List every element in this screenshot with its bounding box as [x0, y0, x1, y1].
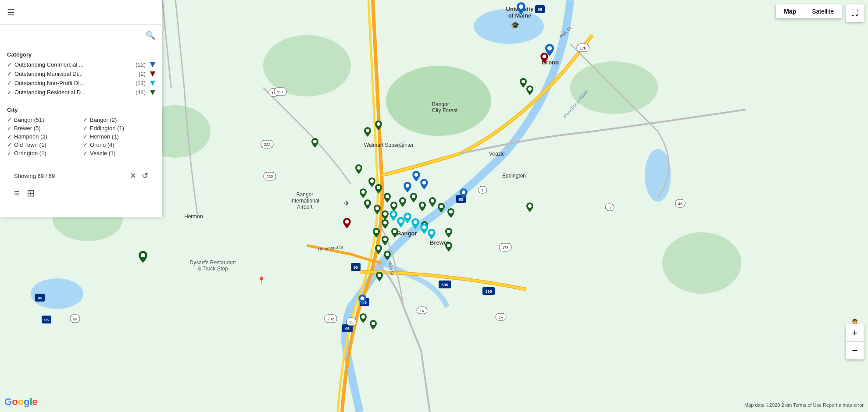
city-filter-oldtown[interactable]: ✓ Old Town (1)	[7, 142, 79, 148]
map-button[interactable]: Map	[776, 4, 804, 18]
refresh-button[interactable]: ↺	[142, 171, 148, 181]
check-icon: ✓	[7, 150, 12, 156]
category-filter-nonprofit[interactable]: ✓ Outstanding Non-Profit Di... (11)	[7, 80, 155, 86]
city-filter-veazie[interactable]: ✓ Veazie (1)	[83, 150, 155, 156]
marker-green-30[interactable]	[139, 251, 147, 265]
category-count-residential: (44)	[136, 89, 146, 96]
marker-blue-6[interactable]	[460, 188, 468, 201]
category-filter-residential[interactable]: ✓ Outstanding Residential D... (44)	[7, 89, 155, 96]
marker-blue-1[interactable]	[517, 2, 525, 16]
marker-green-34[interactable]	[370, 320, 377, 331]
category-filter-commercial[interactable]: ✓ Outstanding Commercial ... (12)	[7, 61, 155, 68]
svg-point-119	[462, 190, 466, 194]
check-icon-residential: ✓	[7, 89, 12, 96]
marker-red-1[interactable]	[540, 53, 548, 65]
marker-green-4[interactable]	[355, 164, 362, 176]
marker-cyan-1[interactable]	[389, 210, 397, 223]
search-button[interactable]: 🔍	[146, 31, 155, 40]
list-view-button[interactable]: ≡	[14, 188, 20, 199]
svg-point-80	[366, 129, 369, 132]
city-filter-bangor2[interactable]: ✓ Bangor (2)	[83, 117, 155, 123]
check-icon: ✓	[83, 125, 88, 131]
marker-blue-3[interactable]	[412, 171, 420, 183]
marker-green-32[interactable]	[526, 85, 533, 97]
svg-point-128	[430, 231, 434, 234]
marker-green-28[interactable]	[526, 202, 533, 214]
check-icon-commercial: ✓	[7, 61, 12, 68]
section-divider-2	[7, 162, 155, 162]
check-icon-nonprofit: ✓	[7, 80, 12, 86]
city-filter-orrington[interactable]: ✓ Orrington (1)	[7, 150, 79, 156]
marker-blue-7[interactable]	[358, 295, 366, 307]
satellite-button[interactable]: Satellite	[804, 4, 842, 18]
fullscreen-button[interactable]: ⛶	[846, 4, 864, 22]
city-filter-hampden[interactable]: ✓ Hampden (2)	[7, 133, 79, 140]
marker-green-22[interactable]	[391, 228, 398, 239]
marker-cyan-4[interactable]	[411, 218, 419, 231]
marker-green-1[interactable]	[364, 127, 371, 139]
check-icon: ✓	[7, 133, 12, 140]
marker-blue-4[interactable]	[420, 179, 428, 191]
marker-green-27[interactable]	[376, 272, 383, 283]
marker-green-33[interactable]	[360, 313, 367, 325]
marker-green-10[interactable]	[374, 205, 381, 216]
svg-point-106	[378, 273, 381, 277]
marker-green-6[interactable]	[360, 188, 367, 200]
svg-point-5	[263, 35, 351, 96]
city-filter-orono[interactable]: ✓ Orono (4)	[83, 142, 155, 148]
svg-text:202: 202	[327, 317, 334, 321]
marker-green-3[interactable]	[311, 138, 318, 149]
svg-point-81	[377, 122, 380, 126]
marker-green-25[interactable]	[375, 245, 382, 256]
search-input[interactable]	[7, 30, 142, 41]
svg-point-125	[406, 214, 410, 218]
zoom-in-button[interactable]: +	[846, 324, 864, 342]
marker-green-18[interactable]	[447, 208, 454, 220]
svg-text:Bangor: Bangor	[397, 230, 417, 237]
marker-green-21[interactable]	[382, 236, 389, 247]
marker-green-2[interactable]	[375, 121, 382, 132]
marker-green-8[interactable]	[384, 193, 391, 204]
marker-cyan-6[interactable]	[428, 229, 436, 241]
svg-text:📍: 📍	[257, 276, 266, 284]
svg-point-103	[447, 230, 450, 233]
marker-green-15[interactable]	[419, 202, 426, 213]
marker-green-24[interactable]	[445, 228, 452, 239]
marker-green-7[interactable]	[375, 184, 382, 195]
marker-green-26[interactable]	[384, 251, 391, 262]
clear-button[interactable]: ✕	[130, 171, 136, 181]
city-label: Brewer (5)	[14, 125, 41, 131]
city-filter-bangor51[interactable]: ✓ Bangor (51)	[7, 117, 79, 123]
category-count-commercial: (12)	[136, 61, 146, 68]
marker-green-17[interactable]	[438, 203, 445, 214]
city-filter-hermon[interactable]: ✓ Hermon (1)	[83, 133, 155, 140]
marker-green-20[interactable]	[373, 228, 380, 239]
city-filter-eddington[interactable]: ✓ Eddington (1)	[83, 125, 155, 131]
marker-red-2[interactable]	[343, 218, 351, 230]
marker-green-5[interactable]	[368, 178, 375, 189]
svg-text:95: 95	[354, 265, 358, 270]
svg-text:1A: 1A	[499, 316, 503, 320]
svg-point-3	[645, 149, 671, 202]
marker-green-13[interactable]	[399, 197, 406, 209]
marker-green-31[interactable]	[520, 78, 527, 89]
svg-text:🎓: 🎓	[511, 21, 520, 29]
svg-point-4	[386, 66, 491, 136]
category-count-municipal: (2)	[139, 71, 146, 77]
marker-green-29[interactable]	[445, 242, 452, 253]
svg-text:95: 95	[44, 318, 49, 322]
menu-icon[interactable]: ☰	[7, 7, 15, 18]
category-filter-municipal[interactable]: ✓ Outstanding Municipal Di... (2)	[7, 71, 155, 77]
city-filter-brewer[interactable]: ✓ Brewer (5)	[7, 125, 79, 131]
svg-point-109	[141, 253, 145, 257]
svg-text:95: 95	[538, 7, 542, 12]
marker-green-16[interactable]	[429, 197, 436, 209]
marker-green-14[interactable]	[410, 193, 417, 204]
marker-cyan-3[interactable]	[404, 213, 411, 225]
marker-blue-5[interactable]	[404, 182, 411, 194]
marker-cyan-5[interactable]	[420, 224, 428, 236]
zoom-out-button[interactable]: −	[846, 342, 864, 359]
grid-view-button[interactable]: ⊞	[27, 188, 35, 199]
marker-green-19[interactable]	[382, 219, 389, 231]
marker-green-9[interactable]	[364, 199, 371, 211]
